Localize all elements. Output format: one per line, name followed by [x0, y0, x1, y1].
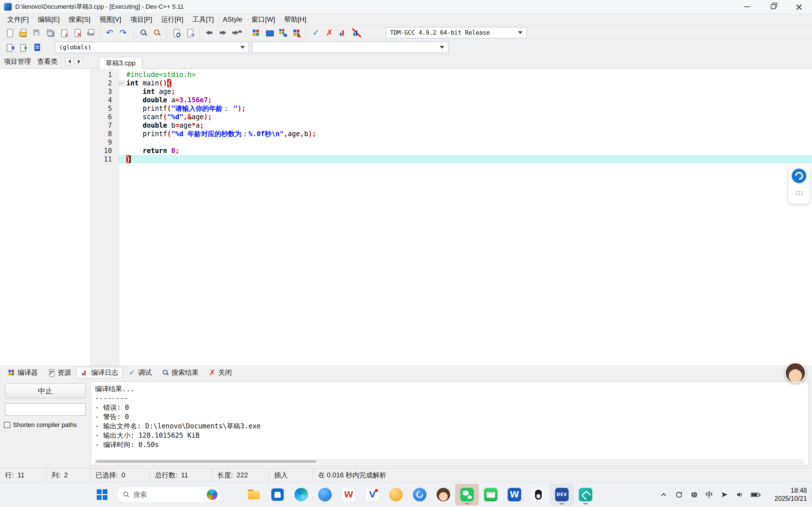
tab-search-results[interactable]: 搜索结果: [157, 367, 203, 378]
tab-resources[interactable]: 资源: [43, 367, 75, 378]
close-button[interactable]: ×: [786, 0, 812, 13]
find-in-files-button[interactable]: [169, 26, 183, 39]
tab-close-panel[interactable]: 关闭: [204, 367, 236, 378]
code-text[interactable]: [125, 138, 812, 147]
word-button[interactable]: [503, 484, 526, 505]
globals-select[interactable]: (globals): [55, 42, 249, 53]
menu-file[interactable]: 文件[F]: [3, 14, 33, 24]
tab-compile-log[interactable]: 编译日志: [76, 367, 122, 378]
code-text[interactable]: scanf("%d",&age);: [125, 113, 812, 121]
fold-collapse-icon[interactable]: [119, 79, 125, 88]
shorten-paths-checkbox[interactable]: [4, 422, 10, 428]
editor-file-tab[interactable]: 草稿3.cpp: [99, 57, 142, 69]
menu-project[interactable]: 项目[P]: [126, 14, 157, 24]
new-file-button[interactable]: [3, 26, 16, 39]
devcpp-button[interactable]: [550, 484, 574, 505]
save-button[interactable]: [30, 26, 43, 39]
profile-button[interactable]: [336, 26, 350, 39]
orange-ball-button[interactable]: [384, 484, 408, 505]
goto-line-button[interactable]: [183, 26, 197, 39]
letter-w-button[interactable]: [337, 484, 360, 505]
compile-run-button[interactable]: [276, 26, 290, 39]
code-text[interactable]: int age;: [125, 88, 812, 96]
menu-window[interactable]: 窗口[W]: [247, 14, 280, 24]
menu-run[interactable]: 运行[R]: [157, 14, 188, 24]
close-all-button[interactable]: [70, 26, 84, 39]
ms-store-button[interactable]: [266, 484, 289, 505]
tray-battery-icon[interactable]: [750, 490, 760, 499]
edge-button[interactable]: [289, 484, 313, 505]
tray-chevron-up-icon[interactable]: [659, 490, 668, 499]
code-editor[interactable]: 1#include<stdio.h> 2int main(){ 3 int ag…: [91, 69, 812, 366]
tab-scroll-left-button[interactable]: [65, 57, 73, 65]
floating-avatar[interactable]: [785, 362, 806, 383]
menu-search[interactable]: 搜索[S]: [64, 14, 95, 24]
girl-avatar-button[interactable]: [432, 484, 455, 505]
replace-button[interactable]: [150, 26, 164, 39]
rebuild-button[interactable]: [290, 26, 303, 39]
open-button[interactable]: [16, 26, 30, 39]
code-text[interactable]: double b=age*a;: [125, 121, 812, 130]
show-desktop-button[interactable]: [810, 489, 812, 501]
save-all-button[interactable]: [43, 26, 57, 39]
back-button[interactable]: [203, 26, 216, 39]
forward-button[interactable]: [216, 26, 230, 39]
jump-last-button[interactable]: [230, 26, 243, 39]
tab-debug[interactable]: 调试: [123, 367, 156, 378]
code-text[interactable]: return 0;: [125, 147, 812, 155]
scrollbar-thumb[interactable]: [96, 460, 316, 463]
close-button[interactable]: [57, 26, 70, 39]
tray-globe-icon[interactable]: [689, 490, 699, 499]
menu-tools[interactable]: 工具[T]: [188, 14, 218, 24]
ime-indicator[interactable]: 中: [705, 490, 714, 499]
floating-tool-card[interactable]: [789, 166, 809, 204]
tab-scroll-right-button[interactable]: [75, 57, 83, 65]
code-text[interactable]: printf("%d 年龄对应的秒数为：%.0f秒\n",age,b);: [125, 130, 812, 138]
meeting-v-button[interactable]: [360, 484, 384, 505]
blue-globe-button[interactable]: [313, 484, 337, 505]
tray-volume-icon[interactable]: [735, 490, 745, 499]
print-button[interactable]: [84, 26, 98, 39]
code-text[interactable]: }: [125, 155, 812, 163]
code-text[interactable]: #include<stdio.h>: [125, 70, 812, 79]
compile-button[interactable]: [249, 26, 263, 39]
green-mail-button[interactable]: [479, 484, 503, 505]
record-button[interactable]: [792, 169, 806, 183]
notes-button[interactable]: [31, 41, 44, 54]
tab-project-manager[interactable]: 项目管理: [4, 57, 31, 66]
project-sidebar-panel[interactable]: [0, 69, 91, 366]
code-text[interactable]: int main(){: [125, 79, 812, 88]
file-explorer-button[interactable]: [242, 484, 266, 505]
profiling-delete-button[interactable]: [350, 26, 363, 39]
wechat-button[interactable]: [455, 484, 479, 505]
start-button[interactable]: [90, 484, 114, 505]
run-button[interactable]: [263, 26, 276, 39]
code-text[interactable]: printf("请输入你的年龄： ");: [125, 104, 812, 113]
taskbar-search[interactable]: 搜索: [117, 487, 221, 503]
teal-app-button[interactable]: [574, 484, 597, 505]
syntax-check-button[interactable]: [309, 26, 323, 39]
compile-log-output[interactable]: 编译结果... -------- - 错误: 0 - 警告: 0 - 输出文件名…: [91, 381, 809, 465]
abort-button[interactable]: [323, 26, 336, 39]
tray-location-icon[interactable]: [720, 490, 729, 499]
find-button[interactable]: [137, 26, 150, 39]
restore-button[interactable]: [760, 0, 786, 13]
taskbar-clock[interactable]: 18:48 2025/10/21: [774, 482, 807, 507]
menu-help[interactable]: 帮助[H]: [280, 14, 311, 24]
members-select[interactable]: [252, 42, 449, 53]
qq-button[interactable]: [526, 484, 550, 505]
menu-edit[interactable]: 编辑[E]: [33, 14, 64, 24]
menu-astyle[interactable]: AStyle: [218, 14, 247, 24]
code-text[interactable]: double a=3.156e7;: [125, 96, 812, 104]
tab-class-browser[interactable]: 查看类: [37, 57, 57, 66]
next-window-button[interactable]: [17, 41, 31, 54]
drag-handle-dots-icon[interactable]: [795, 190, 803, 196]
redo-button[interactable]: [117, 26, 131, 39]
minimize-button[interactable]: [734, 0, 760, 13]
blue-dot-button[interactable]: [408, 484, 432, 505]
prev-window-button[interactable]: [3, 41, 17, 54]
log-horizontal-scrollbar[interactable]: [95, 459, 805, 464]
tray-sync-icon[interactable]: [674, 490, 684, 499]
menu-view[interactable]: 视图[V]: [95, 14, 126, 24]
tab-compiler[interactable]: 编译器: [3, 367, 42, 378]
